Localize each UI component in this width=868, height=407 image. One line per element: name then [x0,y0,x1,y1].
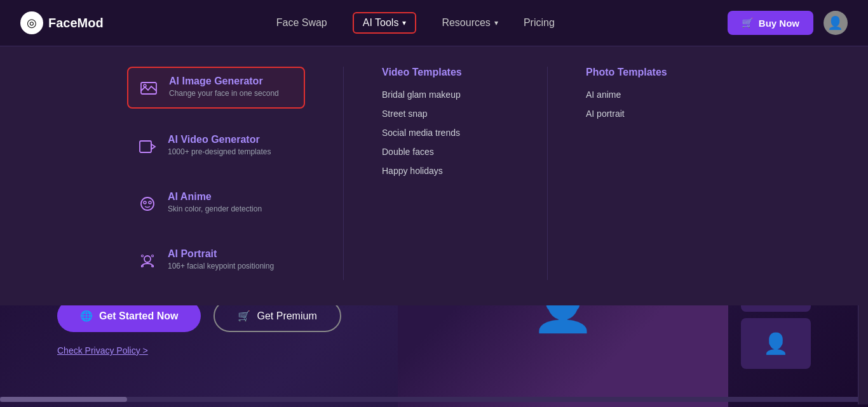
video-templates-title: Video Templates [382,67,509,78]
ai-portrait-title: AI Portrait [168,248,274,260]
logo-symbol: ◎ [27,16,37,30]
photo-anime[interactable]: AI anime [586,90,713,100]
hero-left: 🌐 Get Started Now 🛒 Get Premium Check Pr… [0,300,341,356]
globe-icon: 🌐 [80,310,93,322]
ai-anime-desc: Skin color, gender detection [168,204,262,213]
video-street[interactable]: Street snap [382,109,509,119]
ai-portrait-desc: 106+ facial keypoint positioning [168,262,274,270]
svg-point-1 [144,84,146,87]
divider-2 [547,67,548,280]
nav-resources-container: Resources ▾ [442,17,498,29]
logo-area: ◎ FaceMod [20,11,104,34]
svg-point-8 [142,255,144,257]
avatar[interactable]: 👤 [824,11,848,35]
ai-tools-dropdown: AI Image Generator Change your face in o… [0,46,868,305]
buy-now-button[interactable]: 🛒 Buy Now [728,11,813,35]
ai-image-desc: Change your face in one second [169,89,279,98]
video-double[interactable]: Double faces [382,147,509,157]
cart-icon: 🛒 [742,17,754,29]
menu-item-ai-portrait[interactable]: AI Portrait 106+ facial keypoint positio… [127,241,305,280]
nav-ai-tools[interactable]: AI Tools ▾ [353,12,417,34]
menu-item-ai-image-generator[interactable]: AI Image Generator Change your face in o… [127,67,305,109]
svg-marker-3 [151,144,155,149]
nav-links: Face Swap AI Tools ▾ Resources ▾ Pricing [276,12,555,34]
buy-now-label: Buy Now [759,18,799,29]
ai-tools-label: AI Tools [363,17,399,29]
privacy-link[interactable]: Check Privacy Policy > [57,345,148,356]
ai-anime-icon [136,192,159,215]
get-premium-label: Get Premium [257,310,316,322]
svg-point-5 [144,201,146,204]
ai-anime-title: AI Anime [168,191,262,203]
avatar-icon: 👤 [827,15,843,30]
horizontal-scrollbar[interactable] [0,397,858,402]
ai-image-text: AI Image Generator Change your face in o… [169,76,279,98]
ai-anime-text: AI Anime Skin color, gender detection [168,191,262,213]
divider [343,67,344,280]
nav-pricing[interactable]: Pricing [524,17,555,29]
ai-image-icon [137,77,160,100]
ai-video-text: AI Video Generator 1000+ pre-designed te… [168,134,271,156]
photo-portrait[interactable]: AI portrait [586,109,713,119]
svg-point-4 [141,197,154,210]
resources-chevron: ▾ [494,18,498,27]
photo-templates-section: Photo Templates AI anime AI portrait [586,67,713,280]
ai-video-icon [136,135,159,158]
ai-video-desc: 1000+ pre-designed templates [168,147,271,156]
logo-text[interactable]: FaceMod [48,16,104,30]
premium-icon: 🛒 [238,310,250,322]
thumb-2-icon: 👤 [763,331,789,356]
video-bridal[interactable]: Bridal glam makeup [382,90,509,100]
ai-video-title: AI Video Generator [168,134,271,145]
svg-point-9 [152,255,154,257]
ai-portrait-icon [136,250,159,272]
navbar: ◎ FaceMod Face Swap AI Tools ▾ Resources… [0,0,868,46]
svg-point-7 [144,256,151,262]
menu-item-ai-video-generator[interactable]: AI Video Generator 1000+ pre-designed te… [127,126,305,166]
nav-resources[interactable]: Resources [442,17,490,29]
scrollbar-thumb[interactable] [0,397,127,402]
menu-item-ai-anime[interactable]: AI Anime Skin color, gender detection [127,183,305,223]
svg-point-6 [149,201,151,204]
ai-tools-chevron: ▾ [402,18,406,27]
get-started-label: Get Started Now [99,310,178,322]
thumbnail-2: 👤 [741,318,811,369]
video-templates-section: Video Templates Bridal glam makeup Stree… [382,67,509,280]
ai-image-title: AI Image Generator [169,76,279,87]
svg-rect-2 [140,141,151,152]
ai-portrait-text: AI Portrait 106+ facial keypoint positio… [168,248,274,270]
navbar-right: 🛒 Buy Now 👤 [728,11,848,35]
photo-templates-title: Photo Templates [586,67,713,78]
logo-icon: ◎ [20,11,43,34]
video-social[interactable]: Social media trends [382,128,509,138]
nav-face-swap[interactable]: Face Swap [276,17,327,29]
dropdown-tools-list: AI Image Generator Change your face in o… [127,67,305,280]
video-holidays[interactable]: Happy holidays [382,166,509,176]
